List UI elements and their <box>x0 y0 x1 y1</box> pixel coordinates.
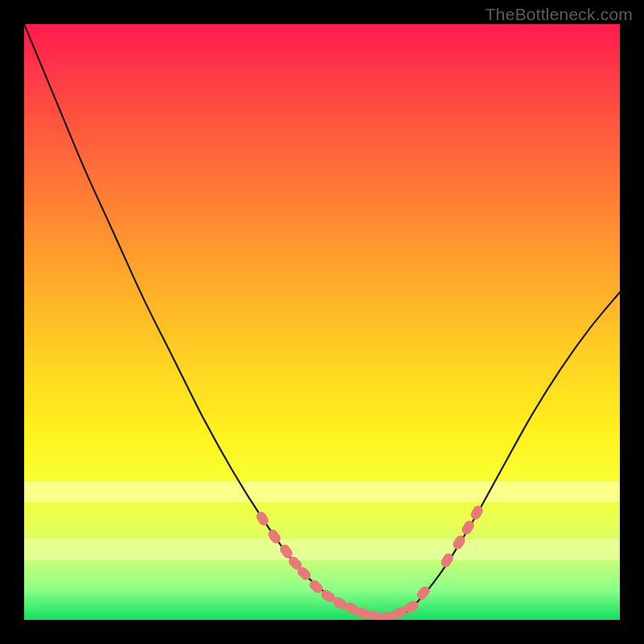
curve-marker <box>469 504 485 522</box>
curve-svg <box>24 24 620 620</box>
curve-marker <box>266 528 283 546</box>
watermark-text: TheBottleneck.com <box>485 5 633 24</box>
chart-plot-area <box>24 24 620 620</box>
curve-markers-group <box>254 504 485 620</box>
bottleneck-curve-line <box>24 24 620 618</box>
curve-marker <box>254 510 270 527</box>
